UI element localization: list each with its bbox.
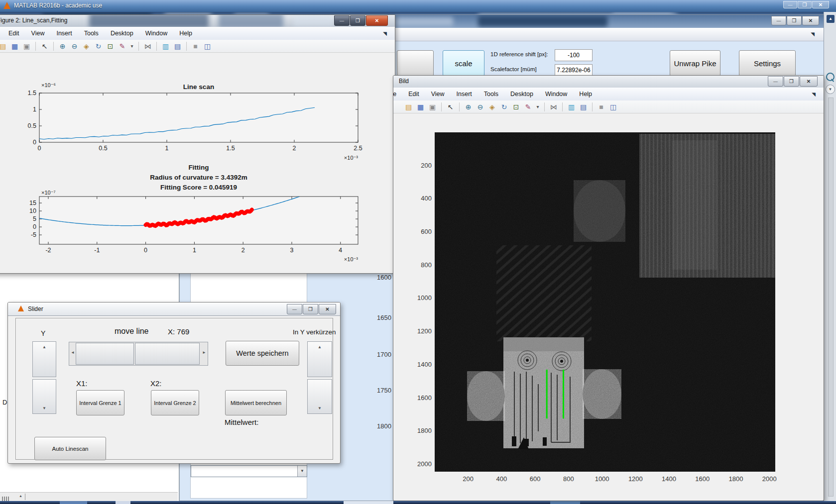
interferogram-image[interactable] xyxy=(435,132,775,472)
taskbar-item[interactable] xyxy=(550,501,580,504)
menu-item-desktop[interactable]: Desktop xyxy=(510,91,533,98)
brush-icon[interactable]: ✎ xyxy=(118,42,126,50)
maximize-button[interactable] xyxy=(784,76,799,87)
y-slider-down[interactable] xyxy=(32,379,56,414)
link-plot-icon[interactable]: ⋈ xyxy=(143,42,152,50)
restore-button[interactable] xyxy=(798,1,812,8)
menu-item-edit[interactable]: Edit xyxy=(408,91,419,98)
menu-item-window[interactable]: Window xyxy=(145,30,167,37)
brush-icon[interactable]: ✎ xyxy=(524,103,532,111)
zoom-out-icon[interactable]: ⊖ xyxy=(476,103,484,111)
menu-item-view[interactable]: View xyxy=(31,30,45,37)
collapse-ribbon-icon[interactable]: ▲ xyxy=(827,15,835,23)
shorten-slider-down[interactable] xyxy=(307,379,332,414)
menu-item-edit[interactable]: Edit xyxy=(8,30,19,37)
save-icon[interactable]: ▦ xyxy=(416,103,425,111)
chevron-icon[interactable]: ◥ xyxy=(812,92,816,97)
settings-button[interactable]: Settings xyxy=(739,50,796,76)
slider-left-arrow[interactable] xyxy=(71,350,75,355)
chevron-down-circle-icon[interactable]: ▼ xyxy=(826,85,835,94)
scalefactor-input[interactable] xyxy=(555,64,593,76)
print-icon[interactable]: ▣ xyxy=(22,42,31,50)
close-button[interactable] xyxy=(802,16,819,25)
minimize-button[interactable] xyxy=(287,304,302,314)
close-button[interactable] xyxy=(800,76,818,87)
menu-item-help[interactable]: Help xyxy=(179,30,192,37)
rotate-3d-icon[interactable]: ↻ xyxy=(500,103,508,111)
dropdown-select[interactable]: ▼ xyxy=(191,465,307,477)
colorbar-icon[interactable]: ▥ xyxy=(161,42,170,50)
plot-tools-off-icon[interactable]: ■ xyxy=(191,42,200,50)
minimize-button[interactable] xyxy=(334,15,350,26)
link-plot-icon[interactable]: ⋈ xyxy=(549,103,558,111)
slider-right-arrow[interactable] xyxy=(202,350,206,355)
menu-item-insert[interactable]: Insert xyxy=(457,91,472,98)
pan-icon[interactable]: ◈ xyxy=(82,42,91,50)
open-icon[interactable]: ▤ xyxy=(0,42,7,50)
print-icon[interactable]: ▣ xyxy=(428,103,437,111)
plot-tools-off-icon[interactable]: ■ xyxy=(597,103,605,111)
dropdown-icon[interactable]: ▾ xyxy=(130,42,134,50)
bild-image-axes[interactable]: 2004006008001000120014001600180020002004… xyxy=(393,113,824,501)
minimize-button[interactable] xyxy=(768,76,783,87)
scale-button[interactable]: scale xyxy=(443,50,484,76)
minimize-button[interactable] xyxy=(771,16,786,25)
move-line-slider-track[interactable] xyxy=(69,342,208,366)
menu-item-window[interactable]: Window xyxy=(545,91,567,98)
legend-icon[interactable]: ▤ xyxy=(173,42,182,50)
taskbar[interactable] xyxy=(0,501,836,504)
maximize-button[interactable] xyxy=(303,304,318,314)
chevron-icon[interactable]: ◥ xyxy=(383,31,387,36)
zoom-in-icon[interactable]: ⊕ xyxy=(464,103,473,111)
menu-item-tools[interactable]: Tools xyxy=(84,30,99,37)
interval-grenze2-button[interactable]: Interval Grenze 2 xyxy=(151,390,199,415)
colorbar-icon[interactable]: ▥ xyxy=(567,103,576,111)
zoom-in-icon[interactable]: ⊕ xyxy=(58,42,67,50)
menu-item-file[interactable]: File xyxy=(393,91,396,98)
ref-shift-input[interactable] xyxy=(555,49,593,61)
open-icon[interactable]: ▤ xyxy=(404,103,413,111)
data-cursor-icon[interactable]: ⊡ xyxy=(512,103,520,111)
search-icon[interactable] xyxy=(826,73,835,81)
sidebar-scrollbar[interactable] xyxy=(828,98,834,497)
menu-item-desktop[interactable]: Desktop xyxy=(111,30,133,37)
menu-item-insert[interactable]: Insert xyxy=(56,30,72,37)
maximize-button[interactable] xyxy=(787,16,802,25)
legend-icon[interactable]: ▤ xyxy=(579,103,588,111)
taskbar-item[interactable] xyxy=(344,501,393,504)
plot-tools-on-icon[interactable]: ◫ xyxy=(203,42,212,50)
zoom-out-icon[interactable]: ⊖ xyxy=(70,42,79,50)
dropdown-icon[interactable]: ▾ xyxy=(536,103,540,111)
chevron-icon[interactable]: ◥ xyxy=(811,31,815,37)
auto-linescan-button[interactable]: Auto Linescan xyxy=(34,437,106,460)
menu-item-view[interactable]: View xyxy=(431,91,445,98)
rotate-3d-icon[interactable]: ↻ xyxy=(94,42,103,50)
shorten-slider-up[interactable] xyxy=(307,341,332,377)
save-icon[interactable]: ▦ xyxy=(10,42,19,50)
menu-item-help[interactable]: Help xyxy=(579,91,592,98)
figure2-titlebar[interactable]: Figure 2: Line_scan,Fitting xyxy=(0,15,395,27)
pointer-icon[interactable]: ↖ xyxy=(40,42,49,50)
unwrap-pike-button[interactable]: Unwrap Pike xyxy=(670,50,720,76)
plot-tools-on-icon[interactable]: ◫ xyxy=(609,103,617,111)
interval-grenze1-button[interactable]: Interval Grenze 1 xyxy=(76,390,124,415)
slider-thumb[interactable] xyxy=(76,343,134,365)
close-button[interactable] xyxy=(366,15,388,26)
partial-button[interactable] xyxy=(397,50,434,76)
maximize-button[interactable] xyxy=(350,15,365,26)
slider-thumb[interactable] xyxy=(135,343,200,365)
taskbar-item[interactable] xyxy=(116,501,130,504)
bild-titlebar[interactable]: Bild xyxy=(393,76,824,88)
pan-icon[interactable]: ◈ xyxy=(488,103,496,111)
menu-item-tools[interactable]: Tools xyxy=(484,91,498,98)
werte-speichern-button[interactable]: Werte speichern xyxy=(226,341,299,366)
mittelwert-berechnen-button[interactable]: Mittelwert berechnen xyxy=(225,390,287,415)
slider-titlebar[interactable]: Slider xyxy=(8,302,340,316)
taskbar-item[interactable] xyxy=(60,501,87,504)
close-button[interactable] xyxy=(319,304,336,314)
y-slider-up[interactable] xyxy=(32,341,56,377)
data-cursor-icon[interactable]: ⊡ xyxy=(106,42,115,50)
close-button[interactable] xyxy=(812,1,829,8)
minimize-button[interactable] xyxy=(783,1,797,8)
expand-icon[interactable]: ▲ xyxy=(19,494,22,498)
